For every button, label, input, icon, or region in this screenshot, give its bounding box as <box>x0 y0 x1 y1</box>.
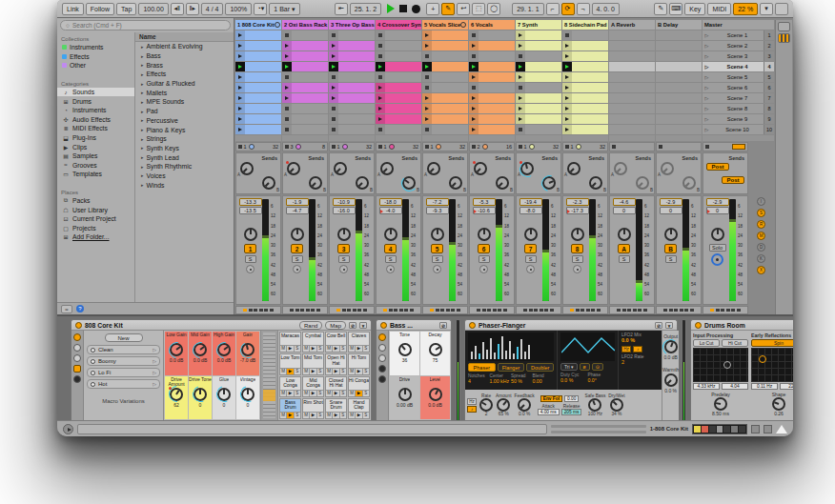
bass-knob[interactable] <box>429 343 442 356</box>
scene-launch-icon[interactable]: ▷ <box>703 127 711 132</box>
variation-launch-icon[interactable] <box>91 371 95 375</box>
pad-solo-button[interactable]: S <box>295 391 300 396</box>
clip-launch-button[interactable] <box>469 93 479 103</box>
quantize-menu[interactable]: 1 Bar ▾ <box>269 3 299 15</box>
track-header[interactable]: 4 Crossover Syn <box>376 20 421 30</box>
nudge-down-icon[interactable]: ◂‖ <box>171 3 184 15</box>
device-chain-overview[interactable] <box>692 424 747 434</box>
clip-slot[interactable] <box>422 83 468 92</box>
macro-knob-cell[interactable]: Drive Amount62 <box>165 376 188 420</box>
drum-pad[interactable]: Closed Hi HatM▶S <box>325 376 347 397</box>
empty-clip-slot[interactable] <box>609 30 655 40</box>
crossfade-assign[interactable] <box>562 306 608 314</box>
arm-button[interactable] <box>246 265 255 273</box>
clip-slot[interactable] <box>469 62 515 71</box>
crossfade-assign[interactable] <box>656 306 702 314</box>
clip-launch-button[interactable] <box>516 41 525 50</box>
mixer-toggle-x[interactable]: X <box>757 266 765 274</box>
clip-slot[interactable] <box>329 104 375 113</box>
pan-knob[interactable] <box>384 228 397 241</box>
notches-display[interactable] <box>468 333 554 361</box>
crossfade-assign[interactable] <box>422 306 468 314</box>
clip-launch-button[interactable] <box>376 125 385 134</box>
peak-level-field[interactable]: -2.9 <box>660 198 682 206</box>
track-activator-button[interactable]: A <box>618 244 630 253</box>
input-filter-xy[interactable] <box>693 348 748 382</box>
send-a-knob[interactable] <box>661 162 674 175</box>
clip-launch-button[interactable] <box>516 30 525 40</box>
sidebar-item-effects[interactable]: Effects <box>57 52 134 62</box>
clip-slot[interactable] <box>235 114 281 124</box>
track-activator-button[interactable]: 5 <box>431 244 443 253</box>
show-hide-detail-icon[interactable] <box>776 425 787 433</box>
crossfade-assign[interactable] <box>376 306 421 314</box>
arm-button[interactable] <box>293 265 301 273</box>
clip-slot[interactable] <box>235 62 281 71</box>
variation-row[interactable]: Clean▷ <box>87 345 160 354</box>
scene-slot[interactable]: ▷Scene 88 <box>703 104 774 113</box>
clip-launch-button[interactable] <box>469 125 479 134</box>
track-activator-button[interactable]: 1 <box>244 244 256 253</box>
solo-button[interactable]: S <box>432 255 443 263</box>
clip-launch-button[interactable] <box>282 72 292 82</box>
mixer-toggle-m[interactable]: M <box>757 232 765 240</box>
pad-mute-button[interactable]: M <box>280 346 287 352</box>
volume-field[interactable]: -13.5 <box>239 207 262 214</box>
master-solo-button[interactable]: Solo <box>709 244 726 252</box>
clip-slot[interactable] <box>562 41 608 50</box>
sidebar-item-templates[interactable]: ▭Templates <box>57 170 134 179</box>
volume-field[interactable]: 0 <box>613 207 636 214</box>
track-activator-button[interactable]: 6 <box>478 244 490 253</box>
clip-launch-button[interactable] <box>329 93 338 103</box>
clip-launch-button[interactable] <box>282 62 292 71</box>
dry-wet-knob[interactable] <box>610 398 623 412</box>
env-follow-button[interactable]: Env Fol <box>540 395 562 402</box>
scene-slot[interactable]: ▷Scene 44 <box>703 62 774 71</box>
punch-out-icon[interactable]: ¬ <box>577 3 590 15</box>
clip-slot[interactable] <box>422 30 468 40</box>
tap-tempo-button[interactable]: Tap <box>116 3 136 15</box>
clip-launch-button[interactable] <box>422 93 432 103</box>
hi-cut-button[interactable]: Hi Cut <box>722 339 748 347</box>
metronome-icon[interactable]: ◔▾ <box>254 3 267 15</box>
drum-pad[interactable]: Cow BellM▶S <box>325 332 347 353</box>
clip-slot[interactable] <box>516 93 561 103</box>
clip-slot[interactable] <box>329 125 375 134</box>
clip-launch-button[interactable] <box>329 30 338 40</box>
pad-mute-button[interactable]: M <box>326 391 333 396</box>
clip-launch-button[interactable] <box>282 93 292 103</box>
device-on-icon[interactable] <box>380 322 387 329</box>
sidebar-item-instruments[interactable]: ◔Instruments <box>57 106 134 115</box>
sidebar-item-other[interactable]: Other <box>57 61 134 71</box>
empty-clip-slot[interactable] <box>656 83 702 92</box>
hot-swap-icon[interactable]: ⊘ <box>439 322 447 329</box>
arm-button[interactable] <box>386 265 395 273</box>
clip-launch-button[interactable] <box>235 72 245 82</box>
solo-button[interactable]: S <box>385 255 397 263</box>
clip-slot[interactable] <box>516 72 561 82</box>
mode-flanger[interactable]: Flanger <box>498 363 525 372</box>
macro-knob[interactable] <box>241 343 255 356</box>
browser-list-item[interactable]: ▸Percussive <box>135 116 234 126</box>
clip-slot[interactable] <box>235 93 281 103</box>
clip-launch-button[interactable] <box>329 62 338 71</box>
crossfade-assign[interactable] <box>609 306 655 314</box>
follow-button[interactable]: Follow <box>86 3 114 15</box>
send-b-knob[interactable] <box>356 176 369 190</box>
empty-clip-slot[interactable] <box>656 93 702 103</box>
sidebar-item-sounds[interactable]: ♪Sounds <box>57 88 134 97</box>
clip-slot[interactable] <box>469 41 515 50</box>
panel-icon-5[interactable] <box>378 375 386 383</box>
clip-slot[interactable] <box>235 41 281 50</box>
empty-clip-slot[interactable] <box>609 125 655 134</box>
clip-slot[interactable] <box>282 104 328 113</box>
computer-midi-keyboard-icon[interactable]: ⌨ <box>669 3 682 15</box>
scene-launch-icon[interactable]: ▷ <box>703 106 711 111</box>
phaser-title-bar[interactable]: Phaser-Flanger ⊘ ▾ <box>465 320 677 331</box>
lo-cut-button[interactable]: Lo Cut <box>693 339 720 347</box>
volume-field[interactable]: -9.3 <box>426 207 449 214</box>
clip-launch-button[interactable] <box>516 104 525 113</box>
drum-pad[interactable]: Hi CongaM▶S <box>348 376 370 397</box>
pad-overview[interactable] <box>261 331 278 420</box>
drum-pad[interactable]: Mid CongaM▶S <box>302 376 324 397</box>
